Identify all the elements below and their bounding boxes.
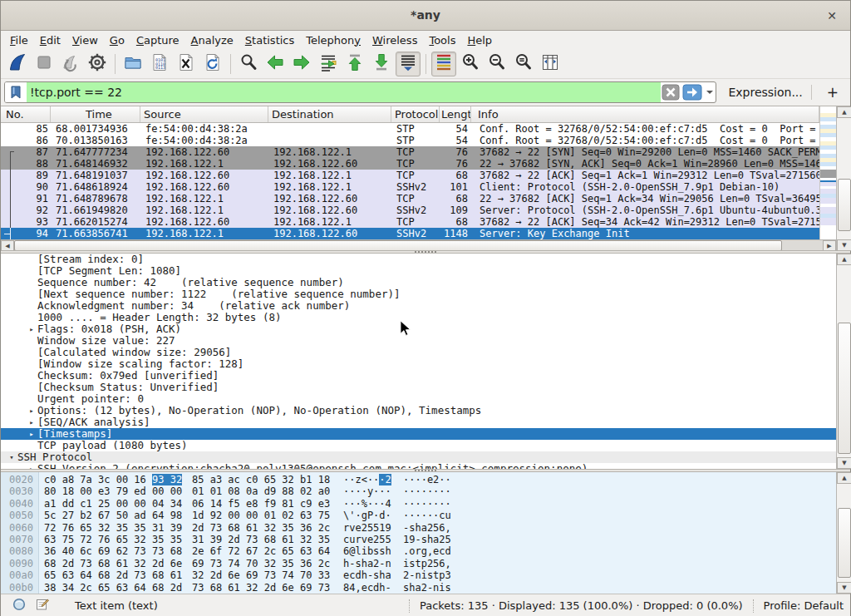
detail-line[interactable]: ▾SSH Protocol bbox=[1, 451, 836, 463]
profile-button[interactable]: Profile: Default bbox=[764, 599, 844, 612]
detail-line[interactable]: [Next sequence number: 1122 (relative se… bbox=[1, 288, 836, 300]
packet-row[interactable]: 9071.648618924192.168.122.60192.168.122.… bbox=[1, 181, 819, 193]
auto-scroll-button[interactable] bbox=[396, 52, 421, 76]
expander-right-icon[interactable]: ▸ bbox=[26, 416, 37, 428]
hex-row[interactable]: 009068 2d 73 68 61 32 2d 6e69 73 74 70 3… bbox=[1, 558, 836, 569]
capture-comment-icon[interactable] bbox=[36, 598, 50, 614]
bookmark-icon[interactable] bbox=[5, 82, 27, 102]
column-header-no[interactable]: No. bbox=[1, 106, 51, 122]
restart-capture-button[interactable] bbox=[58, 52, 83, 76]
detail-line[interactable]: Acknowledgment number: 34 (relative ack … bbox=[1, 300, 836, 312]
scroll-down-icon[interactable]: ▼ bbox=[837, 457, 851, 469]
column-header-length[interactable]: Length bbox=[440, 106, 471, 122]
menu-view[interactable]: View bbox=[66, 32, 104, 48]
detail-line[interactable]: Urgent pointer: 0 bbox=[1, 393, 836, 405]
expander-down-icon[interactable]: ▾ bbox=[6, 451, 17, 463]
detail-line[interactable]: ▸Flags: 0x018 (PSH, ACK) bbox=[1, 323, 836, 335]
hex-row[interactable]: 0020c0 a8 7a 3c 00 16 93 3285 a3 ac c0 6… bbox=[1, 474, 836, 485]
vscroll-thumb[interactable] bbox=[838, 508, 851, 578]
expander-right-icon[interactable]: ▸ bbox=[26, 323, 37, 335]
column-header-protocol[interactable]: Protocol bbox=[391, 106, 440, 122]
menu-statistics[interactable]: Statistics bbox=[239, 32, 300, 48]
column-header-info[interactable]: Info bbox=[471, 106, 819, 122]
packet-row[interactable]: 9471.663856741192.168.122.1192.168.122.6… bbox=[1, 228, 819, 239]
filter-history-caret-icon[interactable] bbox=[704, 83, 716, 101]
zoom-out-button[interactable] bbox=[485, 52, 509, 76]
go-forward-button[interactable] bbox=[289, 52, 314, 76]
menu-telephony[interactable]: Telephony bbox=[300, 32, 366, 48]
detail-line[interactable]: ▸Options: (12 bytes), No-Operation (NOP)… bbox=[1, 405, 836, 416]
hex-row[interactable]: 007063 75 72 76 65 32 35 3531 39 2d 73 6… bbox=[1, 534, 836, 545]
details-scrollbar[interactable]: ▲ ▼ bbox=[836, 254, 851, 469]
filter-input[interactable]: !tcp.port == 22 bbox=[27, 82, 661, 102]
detail-line[interactable]: Window size value: 227 bbox=[1, 335, 836, 347]
menu-tools[interactable]: Tools bbox=[423, 32, 461, 48]
detail-line[interactable]: [TCP Segment Len: 1080] bbox=[1, 265, 836, 277]
detail-line[interactable]: ▸[SEQ/ACK analysis] bbox=[1, 416, 836, 428]
menu-edit[interactable]: Edit bbox=[34, 32, 66, 48]
detail-line[interactable]: [Calculated window size: 29056] bbox=[1, 347, 836, 358]
expander-right-icon[interactable]: ▸ bbox=[26, 405, 37, 416]
open-file-button[interactable] bbox=[121, 52, 145, 76]
column-header-source[interactable]: Source bbox=[140, 106, 268, 122]
expression-button[interactable]: Expression... bbox=[728, 86, 802, 99]
scroll-down-icon[interactable]: ▼ bbox=[837, 239, 851, 251]
packet-row[interactable]: 9371.662015274192.168.122.60192.168.122.… bbox=[1, 216, 819, 228]
packet-row[interactable]: 9171.648789678192.168.122.1192.168.122.6… bbox=[1, 193, 819, 205]
detail-line[interactable]: TCP payload (1080 bytes) bbox=[1, 440, 836, 451]
packet-row[interactable]: 8771.647777234192.168.122.60192.168.122.… bbox=[1, 146, 819, 158]
packet-row[interactable]: 8871.648146932192.168.122.1192.168.122.6… bbox=[1, 158, 819, 170]
menu-help[interactable]: Help bbox=[461, 32, 498, 48]
packet-list-scrollbar[interactable]: ▲ ▼ bbox=[836, 106, 851, 251]
colorize-button[interactable] bbox=[431, 52, 456, 76]
find-packet-button[interactable] bbox=[236, 52, 261, 76]
add-filter-button[interactable]: + bbox=[820, 84, 845, 101]
column-header-time[interactable]: Time bbox=[51, 106, 140, 122]
go-back-button[interactable] bbox=[263, 52, 288, 76]
bytes-scrollbar[interactable]: ▲ ▼ bbox=[836, 472, 851, 594]
horizontal-scrollbar[interactable]: ◀ ▶ bbox=[1, 239, 836, 251]
hex-row[interactable]: 00b038 34 2c 65 63 64 68 2d73 68 61 32 2… bbox=[1, 582, 836, 594]
zoom-reset-button[interactable] bbox=[511, 52, 536, 76]
scroll-up-icon[interactable]: ▲ bbox=[837, 472, 851, 484]
save-file-button[interactable]: 010101100113 bbox=[147, 52, 172, 76]
hex-row[interactable]: 0040a1 dd c1 25 00 00 04 3406 14 f5 e8 f… bbox=[1, 498, 836, 510]
detail-line[interactable]: [Window size scaling factor: 128] bbox=[1, 358, 836, 370]
hex-row[interactable]: 008036 40 6c 69 62 73 73 682e 6f 72 67 2… bbox=[1, 545, 836, 557]
detail-line[interactable]: Sequence number: 42 (relative sequence n… bbox=[1, 277, 836, 288]
packet-row[interactable]: 8971.648191037192.168.122.60192.168.122.… bbox=[1, 170, 819, 181]
go-to-packet-button[interactable] bbox=[316, 52, 341, 76]
resize-columns-button[interactable] bbox=[538, 52, 563, 76]
vscroll-thumb[interactable] bbox=[838, 323, 851, 454]
menu-capture[interactable]: Capture bbox=[130, 32, 185, 48]
start-capture-button[interactable] bbox=[5, 52, 30, 76]
scroll-up-icon[interactable]: ▲ bbox=[837, 254, 851, 265]
detail-line[interactable]: [Stream index: 0] bbox=[1, 254, 836, 265]
vscroll-thumb[interactable] bbox=[838, 179, 851, 231]
hex-row[interactable]: 006072 76 65 32 35 35 31 392d 73 68 61 3… bbox=[1, 522, 836, 534]
clear-filter-icon[interactable] bbox=[661, 83, 681, 101]
packet-row[interactable]: 8670.013850163fe:54:00:d4:38:2aSTP54Conf… bbox=[1, 135, 819, 146]
close-file-button[interactable] bbox=[174, 52, 199, 76]
stop-capture-button[interactable] bbox=[32, 52, 57, 76]
menu-file[interactable]: File bbox=[4, 32, 34, 48]
go-to-first-button[interactable] bbox=[342, 52, 367, 76]
scroll-down-icon[interactable]: ▼ bbox=[837, 582, 851, 594]
close-icon[interactable]: ✕ bbox=[824, 7, 840, 24]
hex-row[interactable]: 00a065 63 64 68 2d 73 68 6132 2d 6e 69 7… bbox=[1, 569, 836, 581]
menu-analyze[interactable]: Analyze bbox=[185, 32, 239, 48]
packet-minimap[interactable] bbox=[819, 106, 836, 239]
display-filter-field[interactable]: !tcp.port == 22 bbox=[4, 81, 716, 103]
zoom-in-button[interactable] bbox=[458, 52, 483, 76]
expander-right-icon[interactable]: ▸ bbox=[26, 428, 37, 440]
scroll-up-icon[interactable]: ▲ bbox=[837, 106, 851, 118]
detail-line[interactable]: [Checksum Status: Unverified] bbox=[1, 382, 836, 393]
packet-row[interactable]: 8568.001734936fe:54:00:d4:38:2aSTP54Conf… bbox=[1, 123, 819, 135]
packet-row[interactable]: 9271.661949820192.168.122.1192.168.122.6… bbox=[1, 205, 819, 216]
detail-line[interactable]: ▸SSH Version 2 (encryption:chacha20-poly… bbox=[1, 463, 836, 469]
hex-row[interactable]: 00505c 27 b2 67 50 ad 64 981d 92 00 00 0… bbox=[1, 510, 836, 521]
capture-options-button[interactable] bbox=[85, 52, 110, 76]
expander-right-icon[interactable]: ▸ bbox=[26, 463, 37, 469]
hex-row[interactable]: 003080 18 00 e3 79 ed 00 0001 01 08 0a d… bbox=[1, 485, 836, 497]
detail-line[interactable]: Checksum: 0x79ed [unverified] bbox=[1, 370, 836, 382]
